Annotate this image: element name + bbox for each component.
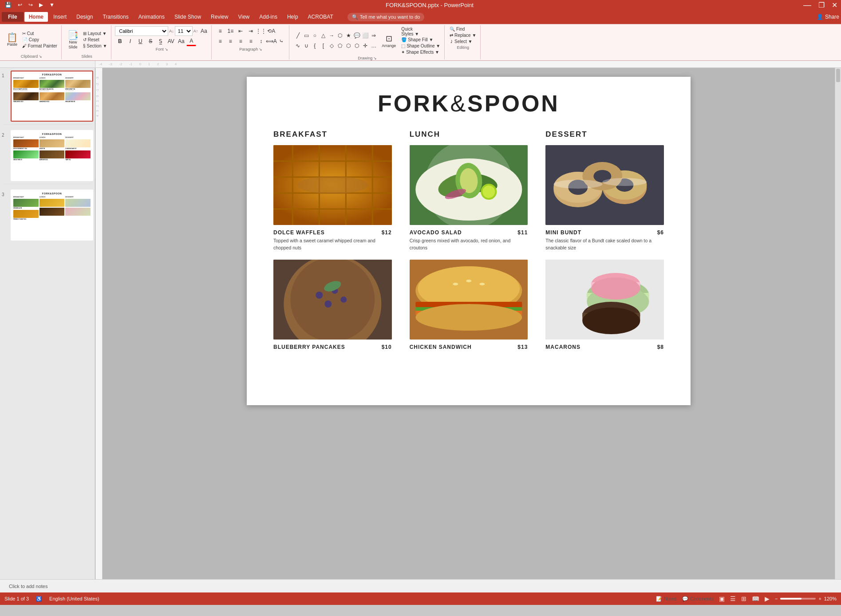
align-left-button[interactable]: ≡ <box>215 36 225 46</box>
accessibility-icon[interactable]: ♿ <box>36 596 42 602</box>
slide-thumb-img-3[interactable]: FORK&SPOON BREAKFAST GRANOLA $8 FRENCH T… <box>11 190 93 241</box>
customize-button[interactable]: ▼ <box>48 1 56 8</box>
editor-area: 4 3 2 1 0 -1 -2 -3 FORK&SPOON <box>95 68 841 579</box>
outline-view-button[interactable]: ☰ <box>730 595 736 602</box>
reading-view-button[interactable]: 📖 <box>752 595 759 602</box>
italic-button[interactable]: I <box>125 36 135 46</box>
slideshow-button[interactable]: ▶ <box>765 595 770 602</box>
paste-icon: 📋 <box>7 33 18 42</box>
bundt-price: $6 <box>657 229 664 236</box>
zoom-in-button[interactable]: + <box>818 596 821 601</box>
font-color-button[interactable]: A <box>186 36 196 46</box>
cols-button[interactable]: ⋮⋮ <box>256 26 266 36</box>
bullets-button[interactable]: ≡ <box>215 26 225 36</box>
menu-item-file[interactable]: File <box>2 12 24 22</box>
select-button[interactable]: ⤸ Select ▼ <box>448 39 478 44</box>
cut-button[interactable]: ✂ Cut <box>21 31 59 36</box>
undo-button[interactable]: ↩ <box>16 1 24 8</box>
clear-format-button[interactable]: Aa <box>199 26 209 36</box>
new-slide-button[interactable]: 📑 New Slide <box>65 29 81 51</box>
slide-canvas-container[interactable]: FORK&SPOON BREAKFAST <box>103 68 835 579</box>
present-button[interactable]: ▶ <box>38 1 44 8</box>
arrange-button[interactable]: ⊡ Arrange <box>379 32 398 49</box>
close-button[interactable]: ✕ <box>832 1 837 9</box>
smartart-button[interactable]: ⤷ <box>276 36 286 46</box>
shape-more2[interactable]: … <box>369 41 379 51</box>
shape-effects-button[interactable]: ✦ Shape Effects ▼ <box>400 49 442 55</box>
shadow-button[interactable]: S̲ <box>156 36 166 46</box>
slide-thumb-content-1: FORK&SPOON BREAKFAST DOLCE WAFFLES $12 T… <box>12 71 92 121</box>
minimize-button[interactable]: — <box>803 0 811 10</box>
maximize-button[interactable]: ❐ <box>818 1 825 9</box>
slide-thumb-img-1[interactable]: FORK&SPOON BREAKFAST DOLCE WAFFLES $12 T… <box>11 71 93 122</box>
quick-styles-button[interactable]: QuickStyles ▼ <box>400 26 442 37</box>
menu-item-acrobat[interactable]: ACROBAT <box>304 12 338 22</box>
menu-item-help[interactable]: Help <box>283 12 303 22</box>
shape-outline-button[interactable]: ⬚ Shape Outline ▼ <box>400 43 442 49</box>
outdent-button[interactable]: ⇤ <box>236 26 245 36</box>
fontsize-aa-button[interactable]: Aa <box>176 36 186 46</box>
indent-button[interactable]: ⇥ <box>246 26 256 36</box>
share-button[interactable]: 👤 Share <box>817 14 839 20</box>
justify-button[interactable]: ≡ <box>246 36 256 46</box>
normal-view-button[interactable]: ▣ <box>719 595 725 602</box>
slide-thumb-3[interactable]: 3 FORK&SPOON BREAKFAST GRANOLA $8 <box>2 190 93 241</box>
menu-item-design[interactable]: Design <box>72 12 97 22</box>
menu-item-view[interactable]: View <box>233 12 254 22</box>
align-text-button[interactable]: ⟺A <box>266 36 276 46</box>
bold-button[interactable]: B <box>115 36 125 46</box>
layout-button[interactable]: ⊞ Layout ▼ <box>82 31 108 36</box>
drawing-options: ⊡ Arrange <box>379 32 398 49</box>
copy-button[interactable]: 📄 Copy <box>21 37 59 43</box>
line-spacing-button[interactable]: ↕ <box>256 36 266 46</box>
salad-price: $11 <box>517 229 528 236</box>
status-bar: Slide 1 of 3 ♿ English (United States) 📝… <box>0 592 841 605</box>
svg-point-29 <box>482 186 495 198</box>
charspacing-button[interactable]: AV <box>166 36 176 46</box>
format-painter-button[interactable]: 🖌 Format Painter <box>21 43 59 49</box>
slide-divider-2 <box>4 184 91 184</box>
notes-button[interactable]: 📝 Notes <box>656 596 677 602</box>
font-family-select[interactable]: Calibri <box>115 26 168 36</box>
slide-canvas[interactable]: FORK&SPOON BREAKFAST <box>247 77 691 405</box>
slide-sorter-button[interactable]: ⊞ <box>741 595 746 602</box>
font-size-up[interactable]: A↑ <box>193 29 199 33</box>
menu-item-insert[interactable]: Insert <box>49 12 71 22</box>
slide1-thumb-grid: BREAKFAST DOLCE WAFFLES $12 Topped with … <box>13 77 91 103</box>
menu-item-home[interactable]: Home <box>24 12 48 22</box>
language-label: English (United States) <box>49 596 99 601</box>
zoom-slider[interactable] <box>780 598 816 600</box>
font-size-down[interactable]: A↓ <box>169 29 174 33</box>
section-button[interactable]: § Section ▼ <box>82 43 108 49</box>
shape-arrow2[interactable]: ⇒ <box>369 31 379 40</box>
paste-button[interactable]: 📋 Paste <box>4 32 20 48</box>
scrollbar-thumb[interactable] <box>836 69 840 82</box>
menu-item-animations[interactable]: Animations <box>134 12 169 22</box>
numbering-button[interactable]: 1≡ <box>225 26 235 36</box>
strikethrough-button[interactable]: S <box>146 36 155 46</box>
tell-me-box[interactable]: 🔍 Tell me what you want to do <box>347 13 425 21</box>
menu-item-addins[interactable]: Add-ins <box>255 12 282 22</box>
menu-item-transitions[interactable]: Transitions <box>98 12 133 22</box>
underline-button[interactable]: U <box>135 36 145 46</box>
align-right-button[interactable]: ≡ <box>236 36 245 46</box>
menu-item-slideshow[interactable]: Slide Show <box>170 12 205 22</box>
slide-thumb-1[interactable]: 1 FORK&SPOON BREAKFAST DOLCE WAFFLES $12… <box>2 71 93 122</box>
find-button[interactable]: 🔍 Find <box>448 26 478 32</box>
align-center-button[interactable]: ≡ <box>225 36 235 46</box>
vertical-scrollbar[interactable] <box>835 68 841 579</box>
reset-button[interactable]: ↺ Reset <box>82 37 108 43</box>
redo-button[interactable]: ↪ <box>27 1 34 8</box>
shape-fill-button[interactable]: 🪣 Shape Fill ▼ <box>400 37 442 43</box>
menu-item-review[interactable]: Review <box>206 12 233 22</box>
slide-thumb-2[interactable]: 2 FORK&SPOON BREAKFAST EGGS BENEDICT $14 <box>2 130 93 181</box>
font-size-select[interactable]: 11 <box>175 26 193 36</box>
zoom-out-button[interactable]: − <box>775 596 778 601</box>
font-row2: B I U S S̲ AV Aa A <box>115 36 209 46</box>
comments-button[interactable]: 💬 Comments <box>682 596 714 602</box>
slide-thumb-img-2[interactable]: FORK&SPOON BREAKFAST EGGS BENEDICT $14 S… <box>11 130 93 181</box>
editor-with-ruler: 4 3 2 1 0 -1 -2 -3 FORK&SPOON <box>95 68 841 579</box>
replace-button[interactable]: ⇄ Replace ▼ <box>448 32 478 38</box>
text-direction-button[interactable]: ⟲A <box>266 26 276 36</box>
save-button[interactable]: 💾 <box>4 1 13 8</box>
